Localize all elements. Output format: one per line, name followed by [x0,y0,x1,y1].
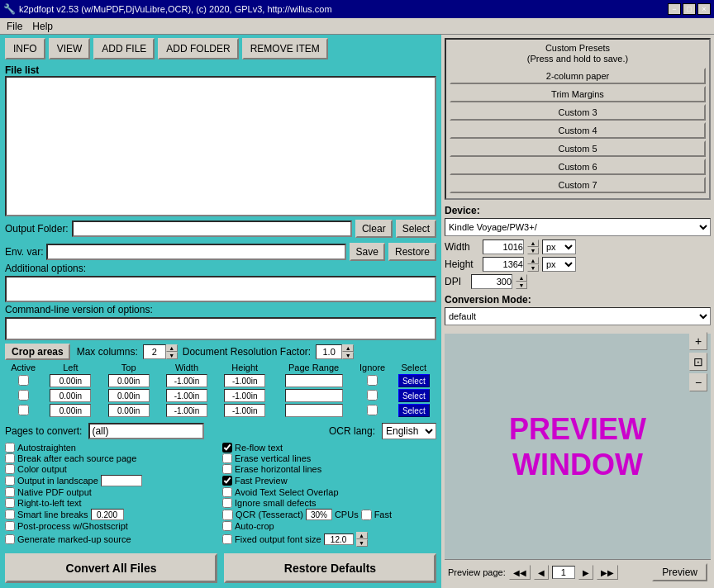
crop-top-1[interactable] [108,389,150,402]
cmdline-input[interactable] [5,317,436,341]
close-button[interactable]: × [697,3,711,15]
doc-res-down[interactable]: ▼ [342,352,354,359]
crop-active-0[interactable] [18,375,29,386]
crop-ignore-1[interactable] [367,390,378,401]
nav-last-button[interactable]: ▶▶ [597,565,618,580]
restore-button[interactable]: Restore [388,243,436,261]
width-down[interactable]: ▼ [527,247,539,254]
font-size-input[interactable] [324,533,354,545]
doc-res-up[interactable]: ▲ [342,344,354,352]
width-input[interactable] [483,239,524,254]
crop-active-2[interactable] [18,405,29,415]
max-columns-input[interactable] [143,344,166,359]
smart-breaks-checkbox[interactable] [5,510,15,519]
crop-select-1[interactable]: Select [398,389,430,402]
landscape-checkbox[interactable] [5,476,15,486]
fast-preview-checkbox[interactable] [222,476,232,486]
reflow-checkbox[interactable] [222,443,232,453]
max-columns-down[interactable]: ▼ [166,352,178,359]
autocrop-checkbox[interactable] [222,521,232,531]
pages-input[interactable] [88,423,204,439]
preset-custom7[interactable]: Custom 7 [450,177,706,193]
nav-first-button[interactable]: ◀◀ [509,565,531,580]
font-size-down[interactable]: ▼ [356,539,368,547]
clear-button[interactable]: Clear [355,220,393,238]
max-columns-up[interactable]: ▲ [166,344,178,352]
height-down[interactable]: ▼ [527,264,539,272]
conversion-mode-select[interactable]: default 2-column trim margins fit page [445,307,711,325]
add-folder-button[interactable]: ADD FOLDER [158,38,238,59]
dpi-up[interactable]: ▲ [516,274,527,282]
crop-top-0[interactable] [108,374,150,387]
crop-height-1[interactable] [224,389,265,402]
fixed-font-checkbox[interactable] [222,534,232,544]
menu-file[interactable]: File [3,21,26,32]
nav-next-button[interactable]: ▶ [578,565,593,580]
view-button[interactable]: VIEW [49,38,91,59]
preset-trim-margins[interactable]: Trim Margins [450,86,706,102]
crop-height-2[interactable] [224,404,265,417]
dpi-input[interactable] [471,274,512,289]
ocr-tesseract-checkbox[interactable] [222,510,233,520]
preset-custom6[interactable]: Custom 6 [450,159,706,175]
zoom-in-button[interactable]: + [689,332,707,350]
crop-select-0[interactable]: Select [398,374,430,387]
height-unit-select[interactable]: pxinmmcm [542,257,576,272]
minimize-button[interactable]: − [668,3,681,15]
crop-pagerange-1[interactable] [285,389,343,402]
color-output-checkbox[interactable] [5,464,15,474]
restore-defaults-button[interactable]: Restore Defaults [224,553,436,583]
crop-pagerange-2[interactable] [285,404,343,417]
crop-active-1[interactable] [18,390,29,401]
erase-horizontal-checkbox[interactable] [222,464,232,474]
page-num-input[interactable] [552,566,575,579]
zoom-fit-button[interactable]: ⊡ [689,353,707,371]
smart-breaks-input[interactable] [91,509,124,520]
convert-all-button[interactable]: Convert All Files [5,553,217,583]
height-up[interactable]: ▲ [527,257,539,264]
crop-width-0[interactable] [166,374,207,387]
device-select[interactable]: Kindle Voyage/PW3+/ Kindle PW Kindle Fir… [445,218,711,236]
additional-options-input[interactable] [5,276,436,302]
crop-ignore-2[interactable] [367,405,378,415]
dpi-down[interactable]: ▼ [516,282,527,289]
menu-help[interactable]: Help [29,21,56,32]
crop-height-0[interactable] [224,374,265,387]
nav-prev-button[interactable]: ◀ [534,565,549,580]
height-input[interactable] [483,257,524,272]
zoom-out-button[interactable]: − [689,373,707,391]
crop-pagerange-0[interactable] [285,374,343,387]
add-file-button[interactable]: ADD FILE [93,38,155,59]
width-unit-select[interactable]: pxinmmcm [542,239,576,254]
preset-custom5[interactable]: Custom 5 [450,140,706,157]
ocr-pct-input[interactable] [306,509,332,520]
marked-up-checkbox[interactable] [5,534,15,544]
crop-top-2[interactable] [108,404,150,417]
save-button[interactable]: Save [350,243,385,261]
ignore-small-checkbox[interactable] [222,498,232,508]
ghostscript-checkbox[interactable] [5,521,15,531]
doc-res-input[interactable] [316,344,342,359]
avoid-overlap-checkbox[interactable] [222,487,232,497]
crop-width-1[interactable] [166,389,207,402]
crop-left-1[interactable] [50,389,91,402]
info-button[interactable]: INFO [5,38,45,59]
crop-width-2[interactable] [166,404,207,417]
maximize-button[interactable]: □ [683,3,696,15]
crop-left-2[interactable] [50,404,91,417]
select-output-button[interactable]: Select [396,220,436,238]
width-up[interactable]: ▲ [527,239,539,247]
ocr-fast-checkbox[interactable] [361,510,372,520]
crop-left-0[interactable] [50,374,91,387]
preset-custom4[interactable]: Custom 4 [450,122,706,139]
remove-item-button[interactable]: REMOVE ITEM [242,38,328,59]
erase-vertical-checkbox[interactable] [222,453,232,463]
crop-ignore-0[interactable] [367,375,378,386]
output-folder-input[interactable] [72,220,352,237]
right-to-left-checkbox[interactable] [5,498,15,508]
ocr-select[interactable]: English French German Spanish [382,423,436,439]
break-after-checkbox[interactable] [5,453,15,463]
preset-2col-paper[interactable]: 2-column paper [450,68,706,84]
native-pdf-checkbox[interactable] [5,487,15,497]
font-size-up[interactable]: ▲ [356,532,368,539]
